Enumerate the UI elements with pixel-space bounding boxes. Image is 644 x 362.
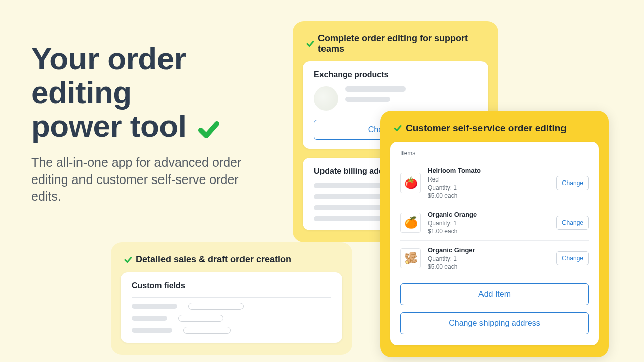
item-name: Heirloom Tomato: [428, 166, 549, 175]
check-icon: [306, 39, 315, 48]
item-info: Organic Ginger Quantity: 1 $5.00 each: [428, 246, 549, 271]
item-name: Organic Orange: [428, 210, 549, 219]
skeleton-row: [132, 327, 331, 334]
item-info: Heirloom Tomato Red Quantity: 1 $5.00 ea…: [428, 166, 549, 200]
hero-title-line: editing: [31, 75, 132, 110]
check-icon: [124, 255, 133, 264]
change-shipping-button[interactable]: Change shipping address: [400, 312, 589, 334]
change-item-button[interactable]: Change: [556, 216, 589, 230]
panel-title-text: Complete order editing for support teams: [318, 33, 485, 54]
item-quantity: Quantity: 1: [428, 184, 549, 192]
check-icon: [197, 115, 221, 139]
skeleton-line: [132, 316, 167, 321]
panel-title-text: Detailed sales & draft order creation: [136, 254, 291, 265]
hero-title-line: power tool: [31, 109, 186, 143]
product-row: [314, 86, 477, 111]
divider: [132, 297, 331, 298]
custom-fields-card: Custom fields: [121, 272, 342, 343]
hero-title-line: Your order: [31, 41, 186, 76]
item-name: Organic Ginger: [428, 246, 549, 255]
items-card: Items 🍅 Heirloom Tomato Red Quantity: 1 …: [390, 142, 599, 345]
item-quantity: Quantity: 1: [428, 255, 549, 263]
add-item-button[interactable]: Add Item: [400, 283, 589, 305]
change-item-button[interactable]: Change: [556, 176, 589, 190]
item-variant: Red: [428, 175, 549, 184]
panel-sales-draft: Detailed sales & draft order creation Cu…: [111, 242, 352, 355]
skeleton-line: [345, 86, 406, 92]
panel-title: Detailed sales & draft order creation: [121, 252, 342, 272]
panel-title-text: Customer self-service order editing: [406, 123, 567, 134]
panel-customer-self-service: Customer self-service order editing Item…: [380, 111, 609, 357]
hero-subtitle: The all-in-one app for advanced order ed…: [31, 154, 253, 205]
item-price: $1.00 each: [428, 227, 549, 235]
card-title: Exchange products: [314, 70, 477, 79]
skeleton-line: [132, 304, 177, 309]
items-label: Items: [400, 150, 589, 157]
item-info: Organic Orange Quantity: 1 $1.00 each: [428, 210, 549, 235]
card-title: Custom fields: [132, 281, 331, 290]
item-row: 🍅 Heirloom Tomato Red Quantity: 1 $5.00 …: [400, 161, 589, 205]
skeleton-row: [132, 315, 331, 322]
skeleton-pill: [188, 303, 244, 310]
item-price: $5.00 each: [428, 192, 549, 200]
hero-title: Your order editing power tool: [31, 42, 253, 143]
change-item-button[interactable]: Change: [556, 251, 589, 265]
hero: Your order editing power tool The all-in…: [31, 42, 253, 205]
skeleton-line: [132, 328, 172, 333]
skeleton-row: [132, 303, 331, 310]
item-thumbnail: 🍅: [400, 173, 421, 193]
check-icon: [393, 124, 403, 133]
product-thumbnail: [314, 86, 338, 111]
skeleton-pill: [183, 327, 231, 334]
item-thumbnail: 🫚: [400, 248, 421, 268]
item-thumbnail: 🍊: [400, 213, 421, 233]
item-price: $5.00 each: [428, 263, 549, 271]
skeleton-pill: [178, 315, 223, 322]
item-row: 🫚 Organic Ginger Quantity: 1 $5.00 each …: [400, 240, 589, 276]
skeleton-line: [345, 97, 390, 102]
panel-title: Customer self-service order editing: [390, 121, 599, 142]
panel-title: Complete order editing for support teams: [303, 31, 488, 61]
item-quantity: Quantity: 1: [428, 219, 549, 227]
item-row: 🍊 Organic Orange Quantity: 1 $1.00 each …: [400, 205, 589, 240]
